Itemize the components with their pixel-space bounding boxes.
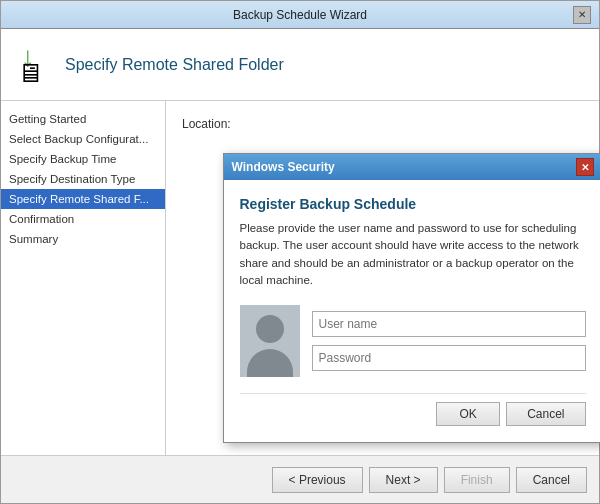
dialog-form-row — [240, 305, 586, 377]
user-avatar — [240, 305, 300, 377]
username-input[interactable] — [312, 311, 586, 337]
dialog-cancel-button[interactable]: Cancel — [506, 402, 585, 426]
finish-button[interactable]: Finish — [444, 467, 510, 493]
location-label: Location: — [182, 117, 583, 131]
header-area: ↓ 🖥 Specify Remote Shared Folder — [1, 29, 599, 101]
dialog-inputs — [312, 311, 586, 371]
dialog-title-bar: Windows Security ✕ — [224, 154, 601, 180]
sidebar-item-specify-remote-shared[interactable]: Specify Remote Shared F... — [1, 189, 165, 209]
dialog-overlay: Windows Security ✕ Register Backup Sched… — [166, 101, 599, 455]
avatar-head — [256, 315, 284, 343]
cancel-button[interactable]: Cancel — [516, 467, 587, 493]
sidebar-item-confirmation[interactable]: Confirmation — [1, 209, 165, 229]
window-title: Backup Schedule Wizard — [27, 8, 573, 22]
title-bar: Backup Schedule Wizard ✕ — [1, 1, 599, 29]
computer-icon: 🖥 — [17, 58, 43, 89]
dialog-actions: OK Cancel — [240, 393, 586, 426]
dialog-description: Please provide the user name and passwor… — [240, 220, 586, 289]
window-close-button[interactable]: ✕ — [573, 6, 591, 24]
avatar-body — [247, 349, 293, 377]
next-button[interactable]: Next > — [369, 467, 438, 493]
dialog-body: Register Backup Schedule Please provide … — [224, 180, 601, 442]
sidebar-item-getting-started[interactable]: Getting Started — [1, 109, 165, 129]
dialog-close-button[interactable]: ✕ — [576, 158, 594, 176]
password-input[interactable] — [312, 345, 586, 371]
footer: < Previous Next > Finish Cancel — [1, 455, 599, 503]
header-icon: ↓ 🖥 — [17, 41, 65, 89]
sidebar: Getting Started Select Backup Configurat… — [1, 101, 166, 455]
sidebar-item-select-backup-config[interactable]: Select Backup Configurat... — [1, 129, 165, 149]
main-window: Backup Schedule Wizard ✕ ↓ 🖥 Specify Rem… — [0, 0, 600, 504]
main-content: Location: Windows Security ✕ Register Ba… — [166, 101, 599, 455]
content-area: Getting Started Select Backup Configurat… — [1, 101, 599, 455]
dialog-heading: Register Backup Schedule — [240, 196, 586, 212]
windows-security-dialog: Windows Security ✕ Register Backup Sched… — [223, 153, 601, 443]
sidebar-item-specify-destination-type[interactable]: Specify Destination Type — [1, 169, 165, 189]
previous-button[interactable]: < Previous — [272, 467, 363, 493]
dialog-title: Windows Security — [232, 160, 335, 174]
page-title: Specify Remote Shared Folder — [65, 56, 284, 74]
dialog-ok-button[interactable]: OK — [436, 402, 500, 426]
sidebar-item-summary[interactable]: Summary — [1, 229, 165, 249]
sidebar-item-specify-backup-time[interactable]: Specify Backup Time — [1, 149, 165, 169]
